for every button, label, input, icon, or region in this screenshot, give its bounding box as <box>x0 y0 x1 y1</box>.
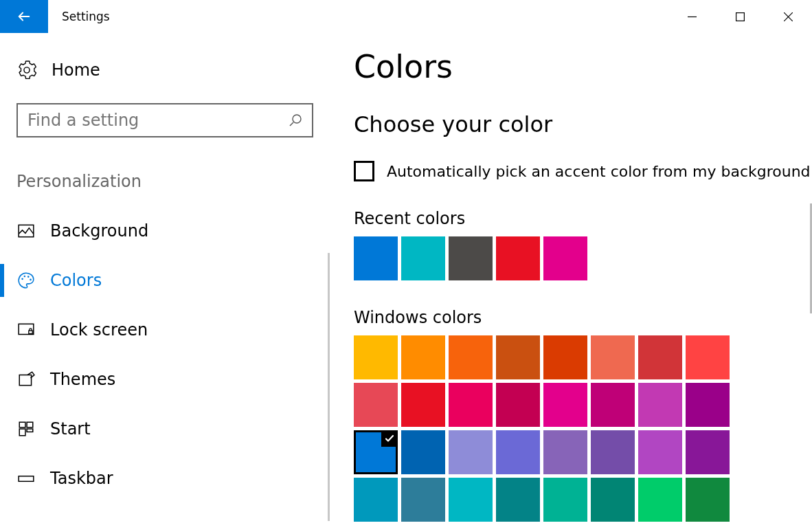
svg-rect-13 <box>19 375 31 386</box>
windows-color-swatch[interactable] <box>401 430 445 474</box>
window-controls <box>668 0 812 33</box>
search-icon <box>289 113 302 127</box>
search-input-wrap[interactable] <box>16 103 313 137</box>
main-content: Colors Choose your color Automatically p… <box>330 33 812 532</box>
sidebar-section-label: Personalization <box>0 172 330 191</box>
svg-rect-1 <box>736 12 744 21</box>
windows-color-swatch[interactable] <box>543 335 587 379</box>
windows-color-swatch[interactable] <box>449 478 493 522</box>
windows-color-swatch[interactable] <box>354 430 398 474</box>
sidebar-item-label: Lock screen <box>50 320 148 340</box>
section-subhead: Choose your color <box>354 111 812 137</box>
auto-pick-checkbox[interactable] <box>354 161 374 181</box>
svg-point-4 <box>293 115 301 123</box>
recent-color-swatch[interactable] <box>354 236 398 280</box>
gear-icon <box>17 60 36 80</box>
windows-color-swatch[interactable] <box>686 478 730 522</box>
back-button[interactable] <box>0 0 48 33</box>
windows-color-swatch[interactable] <box>591 478 635 522</box>
windows-color-swatch[interactable] <box>686 383 730 427</box>
start-icon <box>17 420 35 438</box>
windows-color-swatch[interactable] <box>543 478 587 522</box>
svg-rect-15 <box>27 422 33 428</box>
close-icon <box>784 12 793 21</box>
svg-point-10 <box>30 279 32 281</box>
close-button[interactable] <box>764 0 812 33</box>
title-bar: Settings <box>0 0 812 33</box>
sidebar-item-label: Start <box>50 419 91 439</box>
windows-color-swatch[interactable] <box>591 383 635 427</box>
windows-color-swatch[interactable] <box>543 383 587 427</box>
home-label: Home <box>52 60 100 80</box>
minimize-button[interactable] <box>668 0 716 33</box>
auto-pick-label: Automatically pick an accent color from … <box>387 163 811 180</box>
windows-color-swatch[interactable] <box>686 335 730 379</box>
svg-rect-12 <box>29 331 32 333</box>
recent-colors-row <box>354 236 738 280</box>
svg-rect-16 <box>19 429 25 436</box>
sidebar-item-background[interactable]: Background <box>0 206 330 256</box>
taskbar-icon <box>17 469 35 487</box>
svg-point-7 <box>21 278 23 280</box>
page-title: Colors <box>354 48 812 85</box>
background-icon <box>17 222 35 240</box>
sidebar-item-taskbar[interactable]: Taskbar <box>0 454 330 503</box>
windows-color-swatch[interactable] <box>638 430 682 474</box>
windows-color-swatch[interactable] <box>638 383 682 427</box>
auto-pick-row[interactable]: Automatically pick an accent color from … <box>354 161 812 181</box>
windows-color-swatch[interactable] <box>449 383 493 427</box>
recent-color-swatch[interactable] <box>449 236 493 280</box>
windows-color-swatch[interactable] <box>591 335 635 379</box>
sidebar-scrollbar[interactable] <box>328 253 330 521</box>
svg-line-5 <box>290 122 293 126</box>
windows-color-swatch[interactable] <box>638 335 682 379</box>
recent-color-swatch[interactable] <box>401 236 445 280</box>
lockscreen-icon <box>17 321 35 339</box>
windows-color-swatch[interactable] <box>354 478 398 522</box>
windows-color-swatch[interactable] <box>401 335 445 379</box>
sidebar-item-label: Themes <box>50 370 115 389</box>
windows-color-swatch[interactable] <box>401 478 445 522</box>
windows-color-swatch[interactable] <box>591 430 635 474</box>
window-title: Settings <box>48 0 110 33</box>
home-button[interactable]: Home <box>0 60 330 80</box>
maximize-button[interactable] <box>716 0 764 33</box>
windows-color-swatch[interactable] <box>354 383 398 427</box>
windows-color-swatch[interactable] <box>449 430 493 474</box>
windows-color-swatch[interactable] <box>496 430 540 474</box>
svg-point-9 <box>27 276 30 278</box>
windows-color-swatch[interactable] <box>686 430 730 474</box>
arrow-left-icon <box>16 9 32 24</box>
search-input[interactable] <box>27 111 289 130</box>
windows-color-swatch[interactable] <box>354 335 398 379</box>
recent-color-swatch[interactable] <box>543 236 587 280</box>
sidebar-item-start[interactable]: Start <box>0 404 330 454</box>
svg-rect-14 <box>19 422 25 428</box>
windows-color-swatch[interactable] <box>449 335 493 379</box>
minimize-icon <box>688 12 697 21</box>
sidebar-item-lockscreen[interactable]: Lock screen <box>0 305 330 355</box>
windows-color-swatch[interactable] <box>543 430 587 474</box>
sidebar-item-label: Colors <box>50 271 102 290</box>
sidebar-item-label: Background <box>50 221 148 241</box>
checkmark-icon <box>381 430 398 447</box>
recent-colors-label: Recent colors <box>354 209 812 228</box>
windows-color-swatch[interactable] <box>638 478 682 522</box>
sidebar: Home Personalization BackgroundColorsLoc… <box>0 33 330 532</box>
svg-rect-17 <box>27 429 33 432</box>
recent-color-swatch[interactable] <box>496 236 540 280</box>
windows-color-swatch[interactable] <box>496 383 540 427</box>
svg-rect-18 <box>19 476 34 482</box>
maximize-icon <box>736 12 745 21</box>
windows-color-swatch[interactable] <box>401 383 445 427</box>
windows-color-swatch[interactable] <box>496 335 540 379</box>
sidebar-item-themes[interactable]: Themes <box>0 355 330 404</box>
windows-colors-grid <box>354 335 738 522</box>
sidebar-item-colors[interactable]: Colors <box>0 256 330 305</box>
sidebar-item-label: Taskbar <box>50 469 113 488</box>
colors-icon <box>17 271 35 289</box>
svg-point-8 <box>24 276 26 278</box>
themes-icon <box>17 370 35 388</box>
windows-color-swatch[interactable] <box>496 478 540 522</box>
windows-colors-label: Windows colors <box>354 308 812 327</box>
